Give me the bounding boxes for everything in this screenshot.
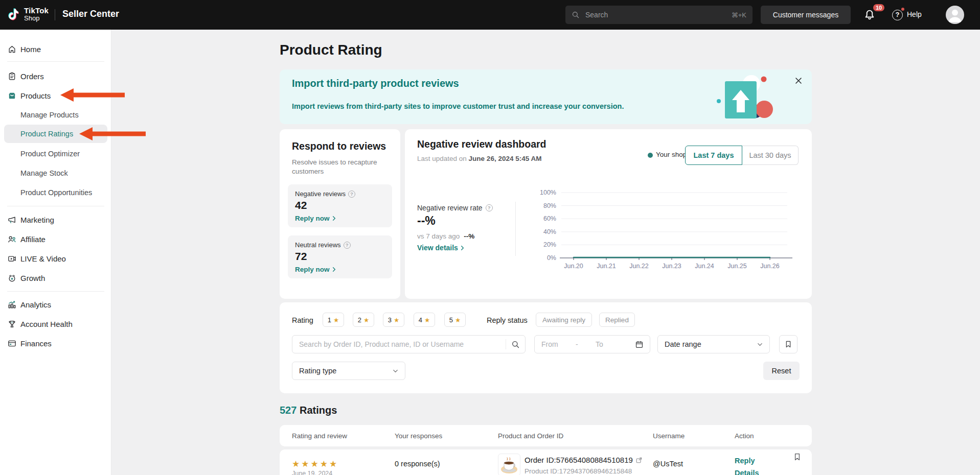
date-range-select[interactable]: Date range	[657, 335, 770, 353]
date-to-placeholder: To	[596, 340, 603, 348]
sidebar-divider	[7, 291, 104, 292]
banner-title[interactable]: Import third-party product reviews	[292, 78, 459, 89]
awaiting-reply-chip[interactable]: Awaiting reply	[536, 313, 592, 327]
row-details-link[interactable]: Details	[735, 469, 759, 475]
rating-chip-4[interactable]: 4★	[414, 313, 435, 327]
reset-button[interactable]: Reset	[763, 362, 800, 380]
date-separator: -	[576, 340, 578, 348]
star-icon: ★	[333, 316, 339, 324]
chevron-down-icon	[392, 368, 399, 374]
svg-text:60%: 60%	[543, 215, 556, 222]
growth-icon	[7, 273, 17, 283]
respond-card-subtitle: Resolve issues to recapture customers	[292, 158, 390, 176]
column-action: Action	[735, 425, 754, 446]
banner-close-icon[interactable]	[793, 76, 804, 86]
info-icon[interactable]: ?	[486, 204, 493, 211]
last-30-days-button[interactable]: Last 30 days	[742, 146, 799, 165]
ratings-count-heading: 527 Ratings	[280, 405, 337, 416]
negative-review-dashboard-card: Negative review dashboard Last updated o…	[405, 129, 812, 299]
help-label[interactable]: Help	[907, 10, 922, 18]
products-icon	[7, 91, 17, 101]
filters-card: Rating 1★ 2★ 3★ 4★ 5★ Reply status Await…	[280, 302, 812, 393]
tiktok-logo-icon	[7, 6, 22, 24]
svg-text:Jun.26: Jun.26	[760, 263, 780, 270]
sidebar-item-label: Product Ratings	[20, 130, 73, 138]
svg-text:Jun.24: Jun.24	[695, 263, 714, 270]
row-bookmark-icon[interactable]	[793, 453, 802, 461]
product-thumbnail[interactable]	[498, 454, 520, 475]
banner-description: Import reviews from third-party sites to…	[292, 102, 624, 110]
sidebar-item-manage-stock[interactable]: Manage Stock	[0, 163, 111, 183]
sidebar-item-product-opportunities[interactable]: Product Opportunities	[0, 183, 111, 202]
sidebar-item-orders[interactable]: Orders	[0, 66, 111, 86]
row-reply-link[interactable]: Reply	[735, 457, 755, 465]
neutral-reviews-label: Neutral reviews	[295, 241, 341, 249]
chevron-right-icon	[460, 245, 465, 251]
help-icon[interactable]: ?	[892, 10, 903, 20]
view-details-link[interactable]: View details	[417, 244, 465, 252]
neutral-reply-now-link[interactable]: Reply now	[295, 266, 385, 273]
avatar[interactable]	[946, 6, 964, 24]
sidebar-item-affiliate[interactable]: Affiliate	[0, 229, 111, 249]
affiliate-icon	[7, 234, 17, 244]
sidebar-item-home[interactable]: Home	[0, 39, 111, 59]
customer-messages-button[interactable]: Customer messages	[761, 6, 851, 24]
last-7-days-button[interactable]: Last 7 days	[685, 146, 742, 165]
info-icon[interactable]: ?	[348, 191, 355, 198]
brand-wordmark: TikTok Shop	[24, 7, 49, 21]
dashboard-title: Negative review dashboard	[417, 138, 546, 150]
sidebar-item-product-optimizer[interactable]: Product Optimizer	[0, 144, 111, 163]
star-icon: ★	[455, 316, 461, 324]
negative-reviews-label: Negative reviews	[295, 190, 346, 198]
svg-text:Jun.20: Jun.20	[564, 263, 583, 270]
rating-chip-2[interactable]: 2★	[353, 313, 374, 327]
sidebar-item-growth[interactable]: Growth	[0, 268, 111, 288]
respond-to-reviews-card: Respond to reviews Resolve issues to rec…	[280, 129, 400, 299]
search-icon[interactable]	[511, 340, 520, 349]
sidebar-divider	[7, 206, 104, 206]
calendar-icon[interactable]	[635, 340, 644, 349]
star-icon: ★	[363, 316, 369, 324]
rating-chip-3[interactable]: 3★	[383, 313, 404, 327]
page-title: Product Rating	[280, 42, 382, 58]
sidebar-item-label: Marketing	[20, 216, 54, 224]
sidebar-item-analytics[interactable]: Analytics	[0, 295, 111, 314]
global-search[interactable]: ⌘+K	[565, 6, 753, 24]
upload-illustration	[704, 73, 781, 122]
sidebar-item-label: Product Opportunities	[20, 188, 92, 197]
reply-status-label: Reply status	[487, 316, 528, 324]
row-responses: 0 response(s)	[395, 460, 440, 468]
stat-chart-divider	[515, 202, 516, 256]
row-star-rating: ★★★★★	[292, 459, 338, 469]
sidebar-item-products[interactable]: Products	[0, 86, 111, 105]
sidebar-item-manage-products[interactable]: Manage Products	[0, 105, 111, 125]
star-icon: ★	[394, 316, 399, 324]
rating-chip-5[interactable]: 5★	[444, 313, 466, 327]
replied-chip[interactable]: Replied	[599, 313, 635, 327]
column-rating-and-review: Rating and review	[292, 425, 347, 446]
sidebar-item-live-video[interactable]: LIVE & Video	[0, 249, 111, 268]
chevron-right-icon	[331, 267, 337, 272]
negative-reviews-box: Negative reviews? 42 Reply now	[288, 184, 392, 227]
search-input[interactable]	[584, 10, 732, 19]
rating-type-select[interactable]: Rating type	[292, 362, 405, 380]
negative-reply-now-link[interactable]: Reply now	[295, 215, 385, 222]
ratings-search-input[interactable]	[292, 340, 506, 348]
rating-filter-label: Rating	[292, 316, 313, 324]
svg-text:40%: 40%	[543, 228, 556, 235]
saved-filter-button[interactable]	[779, 335, 797, 353]
stat-label: Negative review rate?	[417, 204, 493, 212]
sidebar-item-marketing[interactable]: Marketing	[0, 210, 111, 229]
sidebar-item-product-ratings[interactable]: Product Ratings	[0, 124, 111, 144]
finances-icon	[7, 339, 17, 348]
column-product-and-order-id: Product and Order ID	[498, 425, 563, 446]
rating-chip-1[interactable]: 1★	[323, 313, 344, 327]
date-from-placeholder: From	[541, 340, 558, 348]
date-from-to-input[interactable]: From - To	[534, 335, 650, 353]
sidebar-item-account-health[interactable]: Account Health	[0, 314, 111, 334]
open-external-icon[interactable]	[635, 457, 643, 464]
account-health-icon	[7, 319, 17, 329]
info-icon[interactable]: ?	[344, 242, 351, 249]
person-icon	[946, 6, 964, 24]
sidebar-item-finances[interactable]: Finances	[0, 334, 111, 353]
